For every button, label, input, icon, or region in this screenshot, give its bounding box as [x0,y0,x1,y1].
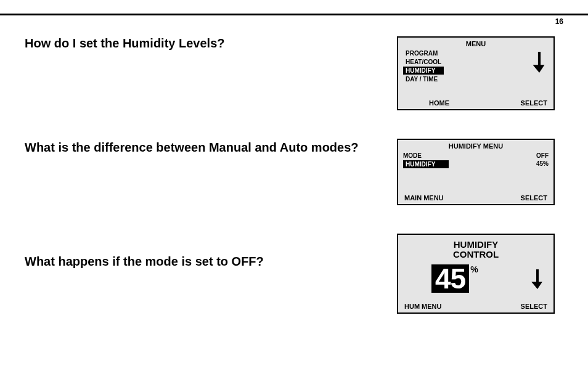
down-arrow-icon[interactable] [530,267,545,292]
question-2: What is the difference between Manual an… [25,141,382,155]
screen1-menu-list: PROGRAM HEAT/COOL HUMIDIFY DAY / TIME [403,49,444,83]
screen3-hummenu-button[interactable]: HUM MENU [404,303,442,310]
humidity-value: 45 [431,264,469,293]
content-grid: How do I set the Humidity Levels? What i… [25,36,563,314]
page-body: How do I set the Humidity Levels? What i… [0,14,588,326]
screen3-body: 45 % [403,259,549,298]
screen1-home-button[interactable]: HOME [404,99,449,107]
menu-item-daytime[interactable]: DAY / TIME [403,75,444,83]
mode-value: OFF [536,152,549,159]
page-number: 16 [555,17,563,26]
screen1-footer: HOME SELECT [403,99,549,107]
percent-unit: % [470,264,478,274]
screen3-select-button[interactable]: SELECT [521,303,547,310]
screen1-select-button[interactable]: SELECT [521,99,547,107]
screen1-title: MENU [403,40,549,47]
screen2-body: MODE OFF HUMIDIFY 45% [403,152,549,189]
down-arrow-icon[interactable] [531,51,547,74]
menu-item-humidify[interactable]: HUMIDIFY [403,67,444,75]
humidity-value-display: 45 % [431,264,478,293]
question-1: How do I set the Humidity Levels? [25,36,382,51]
screen1-body: PROGRAM HEAT/COOL HUMIDIFY DAY / TIME [403,49,549,94]
screens-column: MENU PROGRAM HEAT/COOL HUMIDIFY DAY / TI… [397,36,563,314]
humidify-value: 45% [536,160,549,168]
menu-item-program[interactable]: PROGRAM [403,49,444,57]
screen3-title-line2: CONTROL [453,249,499,259]
mode-label: MODE [403,152,422,159]
screen2-row-mode: MODE OFF [403,152,549,159]
screen-menu: MENU PROGRAM HEAT/COOL HUMIDIFY DAY / TI… [397,36,555,110]
screen2-footer: MAIN MENU SELECT [403,194,549,202]
screen2-select-button[interactable]: SELECT [521,194,547,202]
screen2-mainmenu-button[interactable]: MAIN MENU [404,194,444,202]
screen-humidify-menu: HUMIDIFY MENU MODE OFF HUMIDIFY 45% MAIN… [397,139,555,205]
screen-humidify-control: HUMIDIFY CONTROL 45 % HUM MENU SELECT [397,234,555,314]
questions-column: How do I set the Humidity Levels? What i… [25,36,382,314]
screen2-title: HUMIDIFY MENU [403,142,549,150]
humidify-selected[interactable]: HUMIDIFY [403,160,449,168]
screen3-title: HUMIDIFY CONTROL [403,240,549,259]
menu-item-heatcool[interactable]: HEAT/COOL [403,58,444,66]
screen2-row-humidify: HUMIDIFY 45% [403,160,549,168]
screen3-footer: HUM MENU SELECT [403,303,549,310]
screen3-title-line1: HUMIDIFY [454,239,499,250]
question-3: What happens if the mode is set to OFF? [25,255,382,269]
